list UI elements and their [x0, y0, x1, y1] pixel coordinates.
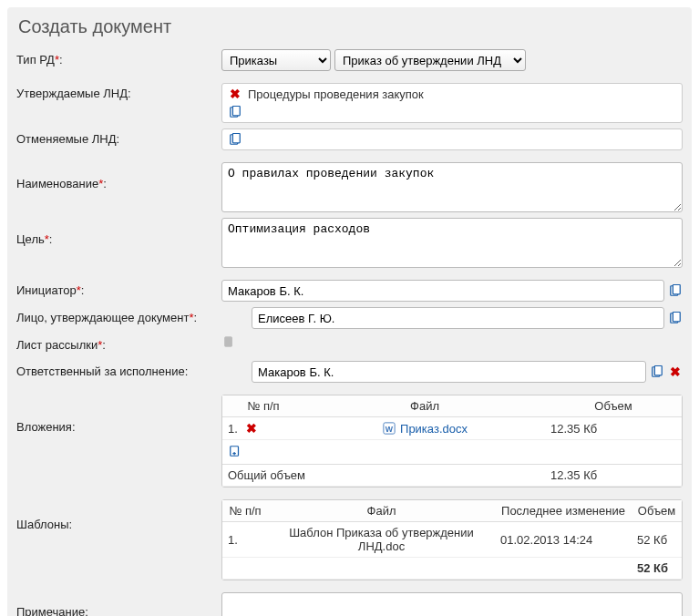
row-distribution: Лист рассылки*: — [16, 332, 683, 358]
label-note: Примечание: — [16, 592, 221, 616]
template-file-link[interactable]: Шаблон Приказа об утверждении ЛНД.doc — [289, 526, 474, 553]
svg-rect-7 — [673, 312, 680, 322]
row-attachments: Вложения: № п/п Файл Объем 1. ✖ — [16, 389, 683, 490]
remove-attachment-icon[interactable]: ✖ — [244, 421, 259, 436]
label-initiator: Инициатор*: — [16, 280, 221, 301]
add-cancelled-lnd-icon[interactable] — [228, 132, 242, 147]
cell-modified: 01.02.2013 14:24 — [495, 522, 632, 558]
create-document-form: Создать документ Тип РД*: Приказы Приказ… — [7, 7, 692, 616]
distribution-disabled-icon — [221, 334, 236, 349]
label-type-rd: Тип РД*: — [16, 49, 221, 70]
table-row: 1. ✖ W Приказ.docx — [222, 417, 682, 440]
remove-approved-lnd-icon[interactable]: ✖ — [228, 87, 242, 101]
label-name: Наименование*: — [16, 162, 221, 194]
approver-input[interactable] — [252, 307, 664, 329]
cancelled-lnd-box — [221, 128, 683, 150]
cell-size: 52 Кб — [632, 522, 682, 558]
svg-rect-8 — [225, 337, 232, 347]
col-modified: Последнее изменение — [495, 500, 632, 522]
total-size: 52 Кб — [632, 558, 682, 580]
templates-table: № п/п Файл Последнее изменение Объем 1. … — [221, 499, 683, 580]
row-responsible: Ответственный за исполнение: ✖ — [16, 358, 683, 385]
attachment-file-link[interactable]: Приказ.docx — [400, 422, 468, 436]
word-file-icon: W — [382, 421, 396, 436]
row-initiator: Инициатор*: — [16, 274, 683, 304]
label-approver: Лицо, утверждающее документ*: — [16, 307, 252, 328]
table-header-row: № п/п Файл Объем — [222, 395, 682, 417]
svg-rect-5 — [673, 284, 680, 294]
goal-textarea[interactable] — [221, 218, 683, 268]
label-distribution: Лист рассылки*: — [16, 334, 221, 355]
cell-num: 1. — [222, 522, 268, 558]
x-icon: ✖ — [230, 87, 241, 100]
add-attachment-row — [222, 440, 682, 465]
row-note: Примечание: — [16, 587, 683, 616]
responsible-input[interactable] — [252, 361, 646, 383]
row-goal: Цель*: — [16, 215, 683, 271]
name-textarea[interactable] — [221, 162, 683, 212]
row-approved-lnd: Утверждаемые ЛНД: ✖ Процедуры проведения… — [16, 77, 683, 126]
clear-responsible-icon[interactable]: ✖ — [668, 364, 683, 379]
row-name: Наименование*: — [16, 157, 683, 215]
row-cancelled-lnd: Отменяемые ЛНД: — [16, 126, 683, 153]
label-cancelled-lnd: Отменяемые ЛНД: — [16, 128, 221, 149]
add-approved-lnd-icon[interactable] — [228, 105, 242, 119]
col-num: № п/п — [222, 395, 304, 417]
note-textarea[interactable] — [221, 592, 683, 616]
row-approver: Лицо, утверждающее документ*: — [16, 304, 683, 332]
label-attachments: Вложения: — [16, 395, 221, 437]
select-type-rd-2[interactable]: Приказ об утверждении ЛНД — [334, 49, 526, 71]
add-attachment-icon[interactable] — [228, 444, 242, 458]
cell-num: 1. — [228, 422, 238, 436]
pick-approver-icon[interactable] — [668, 311, 683, 325]
table-header-row: № п/п Файл Последнее изменение Объем — [222, 500, 682, 522]
attachments-table: № п/п Файл Объем 1. ✖ — [221, 395, 683, 488]
svg-rect-3 — [232, 133, 240, 143]
col-file: Файл — [268, 500, 495, 522]
svg-text:W: W — [385, 425, 394, 434]
total-label: Общий объем — [222, 465, 545, 487]
label-approved-lnd: Утверждаемые ЛНД: — [16, 83, 221, 104]
row-templates: Шаблоны: № п/п Файл Последнее изменение … — [16, 494, 683, 583]
svg-rect-10 — [654, 365, 662, 375]
label-templates: Шаблоны: — [16, 499, 221, 535]
col-file: Файл — [304, 395, 545, 417]
col-size: Объем — [632, 500, 682, 522]
row-type-rd: Тип РД*: Приказы Приказ об утверждении Л… — [16, 46, 683, 74]
approved-lnd-item: Процедуры проведения закупок — [248, 87, 424, 101]
col-size: Объем — [545, 395, 682, 417]
initiator-input[interactable] — [221, 280, 664, 302]
x-icon: ✖ — [246, 422, 257, 435]
label-responsible: Ответственный за исполнение: — [16, 361, 252, 382]
approved-lnd-box: ✖ Процедуры проведения закупок — [221, 83, 683, 123]
page-title: Создать документ — [18, 16, 683, 37]
svg-rect-1 — [232, 106, 240, 116]
total-size: 12.35 Кб — [545, 465, 682, 487]
select-type-rd-1[interactable]: Приказы — [221, 49, 331, 71]
pick-responsible-icon[interactable] — [650, 364, 664, 379]
label-goal: Цель*: — [16, 218, 221, 250]
attachments-total-row: Общий объем 12.35 Кб — [222, 465, 682, 487]
cell-size: 12.35 Кб — [545, 417, 682, 440]
pick-initiator-icon[interactable] — [668, 283, 683, 298]
table-row: 1. Шаблон Приказа об утверждении ЛНД.doc… — [222, 522, 682, 558]
x-icon: ✖ — [670, 365, 681, 378]
templates-total-row: 52 Кб — [222, 558, 682, 580]
col-num: № п/п — [222, 500, 268, 522]
